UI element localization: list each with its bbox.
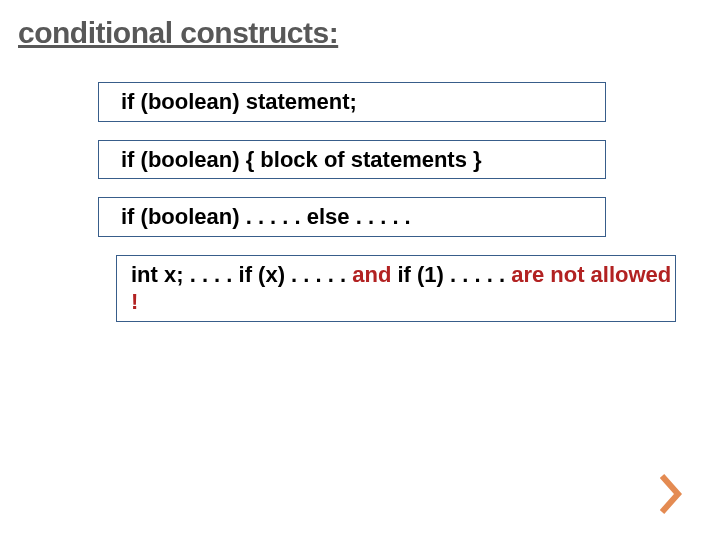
note-and: and [346,262,397,287]
slide-title: conditional constructs: [0,0,720,50]
code-text: if (boolean) { block of statements } [121,147,482,172]
note-segment-if1: if (1) . . . . . [397,262,505,287]
content-area: if (boolean) statement; if (boolean) { b… [0,50,720,322]
note-segment-intx: int x; . . . . if (x) . . . . . [131,262,346,287]
code-text: if (boolean) . . . . . else . . . . . [121,204,411,229]
code-box-if-statement: if (boolean) statement; [98,82,606,122]
code-box-if-else: if (boolean) . . . . . else . . . . . [98,197,606,237]
code-box-not-allowed: int x; . . . . if (x) . . . . . and if (… [116,255,676,322]
code-text: if (boolean) statement; [121,89,357,114]
code-box-if-block: if (boolean) { block of statements } [98,140,606,180]
next-arrow-icon [660,474,688,514]
